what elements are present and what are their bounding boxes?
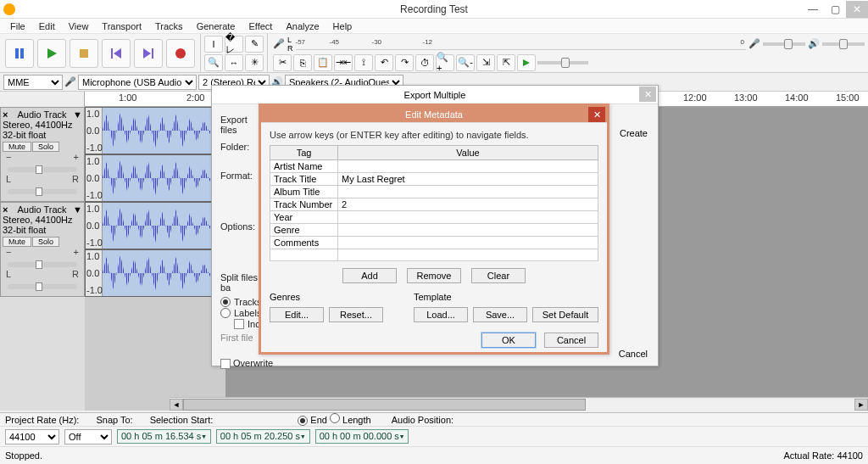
metadata-add-button[interactable]: Add — [342, 268, 397, 283]
overwrite-check[interactable] — [220, 359, 231, 369]
split-tracks-radio[interactable] — [220, 297, 231, 307]
mic-meter-icon: 🎤 — [273, 38, 285, 49]
recording-volume-slider[interactable] — [763, 42, 805, 46]
menu-transport[interactable]: Transport — [95, 20, 148, 33]
menu-tracks[interactable]: Tracks — [148, 20, 190, 33]
mute-button-2[interactable]: Mute — [3, 237, 31, 247]
play-button[interactable] — [37, 39, 66, 68]
template-load-button[interactable]: Load... — [414, 307, 468, 322]
draw-tool[interactable]: ✎ — [245, 36, 264, 53]
svg-rect-1 — [20, 48, 24, 59]
track-close-1[interactable]: × — [3, 109, 11, 120]
multi-tool[interactable]: ✳ — [245, 54, 264, 71]
menu-edit[interactable]: Edit — [32, 20, 62, 33]
play-at-speed-button[interactable] — [517, 54, 536, 71]
record-button[interactable] — [166, 39, 195, 68]
horizontal-scrollbar[interactable]: ◄ ► — [170, 397, 868, 411]
paste-button[interactable]: 📋 — [314, 54, 332, 71]
menu-generate[interactable]: Generate — [190, 20, 242, 33]
solo-button-1[interactable]: Solo — [32, 142, 59, 152]
selection-start-field[interactable]: 00 h 05 m 16.534 s▾ — [117, 429, 211, 444]
table-row — [270, 249, 598, 261]
app-icon — [3, 3, 15, 15]
zoom-tool[interactable]: 🔍 — [204, 54, 223, 71]
gain-slider-2[interactable] — [8, 262, 77, 267]
include-check[interactable] — [234, 319, 244, 329]
metadata-clear-button[interactable]: Clear — [471, 268, 526, 283]
menu-file[interactable]: File — [3, 20, 32, 33]
genres-reset-button[interactable]: Reset... — [329, 307, 383, 322]
selection-end-field[interactable]: 00 h 05 m 20.250 s▾ — [216, 429, 310, 444]
menu-effect[interactable]: Effect — [242, 20, 280, 33]
cut-button[interactable]: ✂ — [273, 54, 292, 71]
trim-button[interactable]: ⇥⇤ — [334, 54, 353, 71]
minimize-button[interactable]: — — [802, 1, 824, 18]
project-rate-select[interactable]: 44100 — [5, 429, 59, 444]
gain-slider-1[interactable] — [8, 167, 77, 172]
mute-button-1[interactable]: Mute — [3, 142, 31, 152]
svg-point-8 — [175, 48, 186, 59]
solo-button-2[interactable]: Solo — [32, 237, 59, 247]
audio-host-select[interactable]: MME — [3, 75, 63, 90]
metadata-table[interactable]: TagValue Artist Name Track TitleMy Last … — [270, 145, 598, 261]
metadata-close-icon[interactable]: ✕ — [588, 107, 605, 122]
table-row: Artist Name — [270, 160, 598, 173]
zoom-in-button[interactable]: 🔍+ — [436, 54, 454, 71]
table-row: Album Title — [270, 186, 598, 198]
end-radio[interactable] — [298, 416, 308, 426]
stop-button[interactable] — [70, 39, 98, 68]
track-header-1[interactable]: ×Audio Track▼ Stereo, 44100Hz 32-bit flo… — [0, 107, 85, 202]
recording-device-select[interactable]: Microphone (USB Audio CO — [78, 75, 197, 90]
skip-start-button[interactable] — [102, 39, 131, 68]
split-labels-radio[interactable] — [220, 308, 231, 318]
undo-button[interactable]: ↶ — [375, 54, 393, 71]
close-button[interactable]: ✕ — [846, 1, 868, 18]
selection-tool[interactable]: I — [204, 36, 223, 53]
statusbar: Project Rate (Hz): Snap To: Selection St… — [0, 412, 868, 464]
genres-edit-button[interactable]: Edit... — [270, 307, 324, 322]
export-cancel-button[interactable]: Cancel — [619, 349, 648, 359]
audio-position-field[interactable]: 00 h 00 m 00.000 s▾ — [315, 429, 409, 444]
skip-end-button[interactable] — [134, 39, 163, 68]
sync-lock-button[interactable]: ⏱ — [415, 54, 434, 71]
scroll-right[interactable]: ► — [854, 399, 868, 411]
recording-meter[interactable]: -57 -45 -30 -12 0 — [296, 38, 747, 50]
menu-view[interactable]: View — [62, 20, 96, 33]
pause-button[interactable] — [5, 39, 34, 68]
actual-rate: Actual Rate: 44100 — [783, 450, 863, 461]
svg-marker-7 — [143, 48, 151, 59]
metadata-ok-button[interactable]: OK — [481, 333, 536, 348]
metadata-cancel-button[interactable]: Cancel — [544, 333, 598, 348]
scroll-left[interactable]: ◄ — [170, 399, 183, 411]
metadata-remove-button[interactable]: Remove — [407, 268, 461, 283]
maximize-button[interactable]: ▢ — [824, 1, 846, 18]
template-setdefault-button[interactable]: Set Default — [532, 307, 598, 322]
redo-button[interactable]: ↷ — [395, 54, 414, 71]
fit-selection-button[interactable]: ⇲ — [476, 54, 495, 71]
pan-slider-1[interactable] — [8, 189, 77, 194]
status-text: Stopped. — [5, 450, 42, 461]
svg-rect-0 — [15, 48, 19, 59]
toolbar-area: I �レ ✎ 🔍 ↔ ✳ 🎤 LR -57 -45 -30 -12 0 🎤 🔊 — [0, 34, 868, 73]
zoom-out-button[interactable]: 🔍- — [456, 54, 475, 71]
fit-project-button[interactable]: ⇱ — [497, 54, 515, 71]
template-save-button[interactable]: Save... — [473, 307, 527, 322]
track-header-2[interactable]: ×Audio Track▼ Stereo, 44100Hz 32-bit flo… — [0, 202, 85, 297]
export-close-icon[interactable]: ✕ — [639, 87, 656, 102]
snap-to-select[interactable]: Off — [64, 429, 112, 444]
length-radio[interactable] — [330, 413, 340, 423]
timeshift-tool[interactable]: ↔ — [225, 54, 243, 71]
export-create-button[interactable]: Create — [620, 128, 648, 138]
menubar: File Edit View Transport Tracks Generate… — [0, 19, 868, 34]
playback-volume-slider[interactable] — [822, 42, 865, 46]
playback-speed-slider[interactable] — [537, 54, 588, 71]
menu-analyze[interactable]: Analyze — [279, 20, 326, 33]
table-row: Comments — [270, 237, 598, 249]
metadata-hint: Use arrow keys (or ENTER key after editi… — [270, 130, 598, 140]
envelope-tool[interactable]: �レ — [225, 36, 243, 53]
silence-button[interactable]: ⟟ — [354, 54, 373, 71]
pan-slider-2[interactable] — [8, 284, 77, 289]
track-close-2[interactable]: × — [3, 204, 11, 215]
copy-button[interactable]: ⎘ — [293, 54, 312, 71]
menu-help[interactable]: Help — [326, 20, 359, 33]
